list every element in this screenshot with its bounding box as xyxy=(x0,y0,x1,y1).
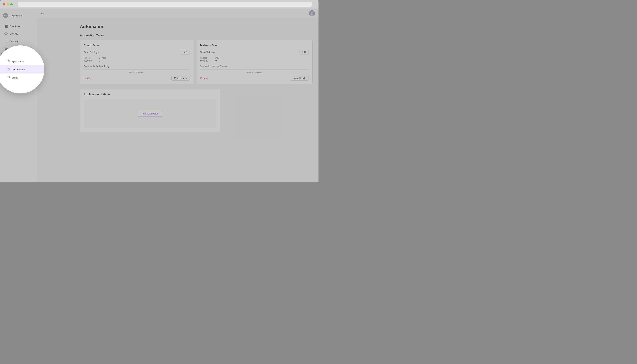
close-button[interactable] xyxy=(3,3,5,5)
svg-point-19 xyxy=(8,60,9,62)
svg-rect-22 xyxy=(7,76,10,78)
popup-nav-item-billing[interactable]: Billing xyxy=(0,74,44,82)
svg-point-18 xyxy=(7,60,10,62)
browser-chrome xyxy=(0,0,318,8)
popup-nav-item-applications[interactable]: Applications xyxy=(0,57,44,66)
popup-nav-label-billing: Billing xyxy=(12,76,18,79)
popup-automation-icon xyxy=(7,68,10,72)
app-container: Or Organization Dashboard xyxy=(0,8,318,182)
popup-applications-icon xyxy=(7,59,10,63)
popup-nav-item-automation[interactable]: Automation xyxy=(0,66,44,74)
page-overlay xyxy=(0,8,318,182)
url-bar[interactable] xyxy=(18,2,312,7)
popup-billing-icon xyxy=(7,76,10,80)
svg-point-21 xyxy=(8,69,9,70)
minimize-button[interactable] xyxy=(7,3,9,5)
maximize-button[interactable] xyxy=(10,3,13,5)
popup-nav-label-automation: Automation xyxy=(12,68,25,71)
popup-nav-label-applications: Applications xyxy=(12,60,25,63)
